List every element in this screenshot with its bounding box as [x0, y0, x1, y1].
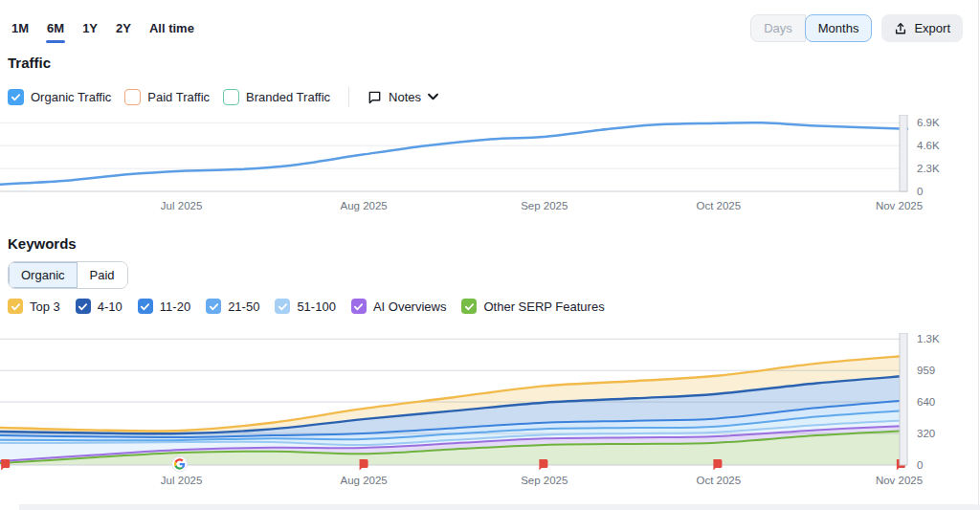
legend-top-3[interactable]: Top 3 — [8, 299, 60, 314]
paid-traffic-checkbox[interactable] — [124, 89, 141, 105]
legend-4-10-checkbox[interactable] — [76, 299, 91, 314]
y-axis-tick: 1.3K — [917, 333, 940, 344]
legend-other-serp-features-checkbox[interactable] — [461, 299, 477, 314]
organic-traffic-checkbox[interactable] — [8, 89, 24, 105]
keywords-section-title: Keywords — [8, 235, 77, 252]
range-tab-1y[interactable]: 1Y — [78, 19, 101, 43]
x-axis-label: Sep 2025 — [521, 475, 568, 486]
keywords-toggle-paid[interactable]: Paid — [78, 262, 127, 288]
keywords-organic-paid-toggle: OrganicPaid — [8, 261, 128, 289]
range-tab-all-time[interactable]: All time — [145, 19, 198, 43]
x-axis-label: Aug 2025 — [340, 200, 387, 211]
page-right-border — [978, 0, 979, 510]
y-axis-tick: 4.6K — [917, 140, 940, 151]
chart-controls: DaysMonths Export — [750, 14, 963, 42]
legend-51-100-label: 51-100 — [297, 299, 335, 314]
x-axis-label: Aug 2025 — [340, 475, 387, 486]
note-flag-icon[interactable] — [713, 459, 722, 471]
date-range-tabs: 1M6M1Y2YAll time — [8, 19, 198, 43]
y-axis-tick: 6.9K — [917, 117, 940, 128]
keywords-toggle-organic[interactable]: Organic — [9, 262, 78, 288]
legend-21-50-label: 21-50 — [228, 299, 259, 314]
legend-top-3-label: Top 3 — [30, 299, 60, 314]
y-axis-tick: 320 — [917, 428, 935, 439]
granularity-days[interactable]: Days — [750, 14, 806, 42]
chart-resize-handle[interactable] — [900, 115, 907, 191]
paid-traffic-filter[interactable]: Paid Traffic — [124, 89, 210, 105]
chart-resize-handle[interactable] — [900, 333, 907, 465]
legend-51-100-checkbox[interactable] — [275, 299, 290, 314]
y-axis-tick: 0 — [917, 459, 923, 471]
legend-4-10[interactable]: 4-10 — [76, 299, 122, 314]
traffic-line-chart-svg: 02.3K4.6K6.9KJul 2025Aug 2025Sep 2025Oct… — [0, 115, 965, 220]
filters-notes-divider — [348, 86, 349, 107]
branded-traffic-label: Branded Traffic — [246, 90, 330, 104]
legend-other-serp-features[interactable]: Other SERP Features — [461, 299, 604, 314]
legend-21-50-checkbox[interactable] — [206, 299, 221, 314]
range-tab-1m[interactable]: 1M — [8, 19, 33, 43]
branded-traffic-filter[interactable]: Branded Traffic — [223, 89, 330, 105]
note-flag-icon[interactable] — [539, 459, 547, 471]
legend-ai-overviews[interactable]: AI Overviews — [351, 299, 447, 314]
x-axis-label: Oct 2025 — [696, 200, 741, 211]
legend-top-3-checkbox[interactable] — [8, 299, 23, 314]
keywords-area-chart-svg: 03206409591.3KJul 2025Aug 2025Sep 2025Oc… — [0, 333, 965, 494]
range-tab-6m[interactable]: 6M — [43, 19, 68, 43]
legend-51-100[interactable]: 51-100 — [275, 299, 335, 314]
y-axis-tick: 640 — [917, 396, 935, 408]
organic-traffic-filter[interactable]: Organic Traffic — [8, 89, 111, 105]
legend-ai-overviews-checkbox[interactable] — [351, 299, 367, 314]
notes-label: Notes — [389, 90, 421, 104]
notes-icon — [368, 90, 382, 104]
x-axis-label: Nov 2025 — [876, 475, 923, 486]
traffic-filter-row: Organic TrafficPaid TrafficBranded Traff… — [8, 86, 438, 107]
paid-traffic-label: Paid Traffic — [147, 90, 210, 104]
x-axis-label: Oct 2025 — [696, 475, 741, 486]
export-icon — [894, 22, 907, 35]
x-axis-label: Jul 2025 — [161, 200, 202, 211]
google-update-icon[interactable] — [172, 456, 188, 472]
note-flag-icon[interactable] — [1, 459, 10, 471]
chevron-down-icon — [428, 93, 438, 100]
legend-11-20-checkbox[interactable] — [138, 299, 153, 314]
granularity-toggle: DaysMonths — [750, 14, 872, 42]
traffic-chart[interactable]: 02.3K4.6K6.9KJul 2025Aug 2025Sep 2025Oct… — [0, 115, 965, 224]
x-axis-label: Nov 2025 — [876, 200, 923, 211]
keywords-chart[interactable]: 03206409591.3KJul 2025Aug 2025Sep 2025Oc… — [0, 333, 965, 498]
range-tab-2y[interactable]: 2Y — [112, 19, 135, 43]
legend-11-20[interactable]: 11-20 — [138, 299, 190, 314]
keywords-legend-row: Top 34-1011-2021-5051-100AI OverviewsOth… — [8, 299, 605, 314]
legend-ai-overviews-label: AI Overviews — [373, 299, 447, 314]
legend-4-10-label: 4-10 — [98, 299, 122, 314]
granularity-months[interactable]: Months — [805, 14, 873, 42]
traffic-section-title: Traffic — [8, 55, 51, 71]
y-axis-tick: 959 — [917, 365, 935, 376]
x-axis-label: Sep 2025 — [521, 200, 568, 211]
note-flag-icon[interactable] — [360, 459, 368, 471]
legend-11-20-label: 11-20 — [160, 299, 190, 314]
organic-traffic-label: Organic Traffic — [31, 90, 111, 104]
bottom-strip — [19, 504, 980, 510]
y-axis-tick: 0 — [917, 186, 923, 197]
organic-traffic-line — [0, 122, 907, 185]
legend-21-50[interactable]: 21-50 — [206, 299, 259, 314]
export-button[interactable]: Export — [881, 14, 963, 42]
export-label: Export — [914, 21, 950, 35]
x-axis-label: Jul 2025 — [161, 475, 202, 486]
branded-traffic-checkbox[interactable] — [223, 89, 239, 105]
legend-other-serp-features-label: Other SERP Features — [483, 299, 604, 314]
y-axis-tick: 2.3K — [917, 163, 940, 174]
notes-dropdown[interactable]: Notes — [368, 90, 438, 104]
